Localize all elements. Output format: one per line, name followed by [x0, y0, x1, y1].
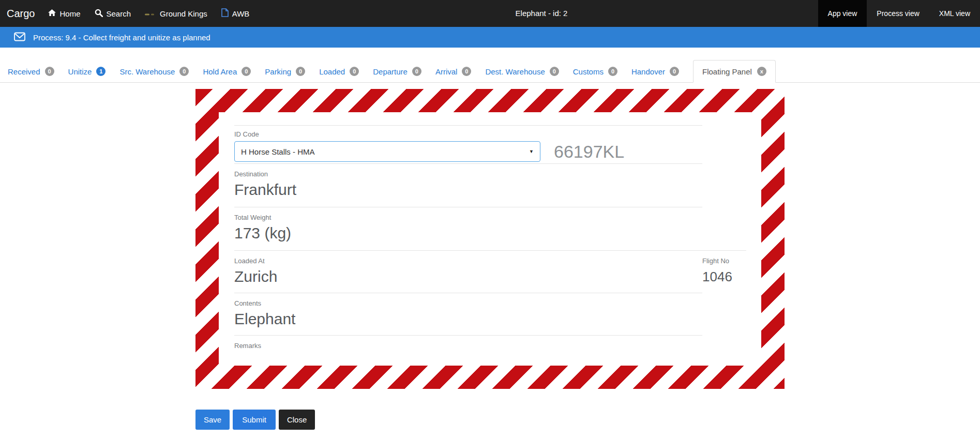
- tab-count-badge: 0: [242, 67, 251, 76]
- nav-process-view[interactable]: Process view: [867, 0, 929, 27]
- nav-xml-view[interactable]: XML view: [929, 0, 980, 27]
- tab-count-badge: 0: [608, 67, 617, 76]
- process-banner: Process: 9.4 - Collect freight and uniti…: [0, 27, 980, 48]
- envelope-icon: [14, 32, 25, 43]
- field-contents: Contents Elephant: [234, 293, 702, 336]
- save-button[interactable]: Save: [195, 410, 230, 430]
- nav-search[interactable]: Search: [95, 9, 131, 19]
- app-brand[interactable]: Cargo: [7, 8, 35, 20]
- tab-label: Hold Area: [203, 67, 237, 76]
- field-label: ID Code: [234, 130, 702, 139]
- field-label: Destination: [234, 170, 702, 178]
- tab-label: Src. Warehouse: [119, 67, 175, 76]
- tab-label: Loaded: [319, 67, 345, 76]
- home-icon: [48, 9, 56, 18]
- tab-parking[interactable]: Parking0: [265, 61, 305, 82]
- id-code-select[interactable]: H Horse Stalls - HMA: [234, 141, 540, 162]
- field-value: Elephant: [234, 309, 702, 329]
- action-buttons: Save Submit Close: [195, 410, 785, 430]
- freight-form: ID Code H Horse Stalls - HMA ▼ 66197KL D…: [219, 112, 761, 366]
- tab-count-badge: 0: [296, 67, 305, 76]
- tab-count-badge: 1: [96, 67, 105, 76]
- main-content: ID Code H Horse Stalls - HMA ▼ 66197KL D…: [0, 89, 980, 430]
- close-button[interactable]: Close: [279, 410, 315, 430]
- navbar-view-switcher: App view Process view XML view: [818, 0, 980, 27]
- tab-count-badge: 0: [462, 67, 471, 76]
- field-label: Contents: [234, 299, 702, 308]
- field-label: Total Weight: [234, 213, 746, 222]
- submit-button[interactable]: Submit: [233, 410, 276, 430]
- tab-unitize[interactable]: Unitize1: [68, 61, 106, 82]
- tab-label: Handover: [631, 67, 665, 76]
- tab-dest-warehouse[interactable]: Dest. Warehouse0: [485, 61, 559, 82]
- page-title: Elephant - id: 2: [516, 0, 568, 27]
- field-remarks: Remarks: [234, 336, 702, 366]
- field-total-weight: Total Weight 173 (kg): [234, 207, 746, 251]
- tab-label: Unitize: [68, 67, 92, 76]
- tab-label: Departure: [373, 67, 408, 76]
- field-label: Flight No: [702, 256, 746, 265]
- navbar-left-group: Cargo Home Search Ground Kings AWB: [0, 0, 263, 27]
- nav-item-label: Search: [107, 9, 131, 18]
- close-icon[interactable]: x: [757, 67, 766, 76]
- nav-awb[interactable]: AWB: [221, 8, 250, 19]
- field-label: Loaded At: [234, 256, 702, 265]
- process-banner-text: Process: 9.4 - Collect freight and uniti…: [33, 33, 210, 42]
- tab-loaded[interactable]: Loaded0: [319, 61, 359, 82]
- awb-file-icon: [221, 8, 229, 19]
- field-value: 1046: [702, 266, 746, 287]
- tab-received[interactable]: Received0: [8, 61, 54, 82]
- tab-label: Arrival: [435, 67, 458, 76]
- field-value: Frankfurt: [234, 179, 702, 200]
- tab-handover[interactable]: Handover0: [631, 61, 679, 82]
- nav-item-label: AWB: [232, 9, 250, 18]
- tab-count-badge: 0: [412, 67, 421, 76]
- field-label: Remarks: [234, 341, 702, 350]
- nav-home[interactable]: Home: [48, 9, 80, 18]
- field-destination: Destination Frankfurt: [234, 164, 702, 207]
- uld-hazard-panel: ID Code H Horse Stalls - HMA ▼ 66197KL D…: [195, 89, 785, 389]
- tab-departure[interactable]: Departure0: [373, 61, 421, 82]
- field-flight-no: Flight No 1046: [702, 251, 746, 293]
- tab-arrival[interactable]: Arrival0: [435, 61, 472, 82]
- tab-customs[interactable]: Customs0: [573, 61, 617, 82]
- field-value: 173 (kg): [234, 223, 746, 244]
- tab-label: Customs: [573, 67, 604, 76]
- field-value: Zurich: [234, 266, 702, 287]
- field-id-code: ID Code H Horse Stalls - HMA ▼ 66197KL: [234, 125, 702, 164]
- ground-kings-icon: [145, 9, 156, 18]
- nav-app-view[interactable]: App view: [818, 0, 867, 27]
- tab-count-badge: 0: [670, 67, 679, 76]
- tab-hold-area[interactable]: Hold Area0: [203, 61, 251, 82]
- field-loaded-at: Loaded At Zurich: [234, 251, 702, 293]
- tab-label: Dest. Warehouse: [485, 67, 545, 76]
- id-code-value: 66197KL: [554, 141, 624, 162]
- tab-count-badge: 0: [550, 67, 559, 76]
- search-icon: [95, 9, 103, 19]
- id-code-select-wrap: H Horse Stalls - HMA ▼: [234, 141, 540, 162]
- loaded-flight-row: Loaded At Zurich Flight No 1046: [234, 251, 746, 293]
- tab-label: Parking: [265, 67, 291, 76]
- tab-count-badge: 0: [350, 67, 359, 76]
- tab-bar: Received0Unitize1Src. Warehouse0Hold Are…: [0, 60, 980, 83]
- tab-count-badge: 0: [179, 67, 189, 76]
- top-navbar: Cargo Home Search Ground Kings AWB Eleph…: [0, 0, 980, 27]
- tab-count-badge: 0: [45, 67, 54, 76]
- tab-label: Floating Panel: [702, 67, 752, 76]
- tab-list: Received0Unitize1Src. Warehouse0Hold Are…: [8, 61, 693, 82]
- id-code-row: H Horse Stalls - HMA ▼ 66197KL: [234, 141, 702, 162]
- nav-ground-kings[interactable]: Ground Kings: [145, 9, 207, 18]
- nav-item-label: Ground Kings: [160, 9, 207, 18]
- nav-item-label: Home: [59, 9, 80, 18]
- tab-floating-panel[interactable]: Floating Panel x: [693, 60, 776, 83]
- tab-label: Received: [8, 67, 40, 76]
- tab-src-warehouse[interactable]: Src. Warehouse0: [119, 61, 189, 82]
